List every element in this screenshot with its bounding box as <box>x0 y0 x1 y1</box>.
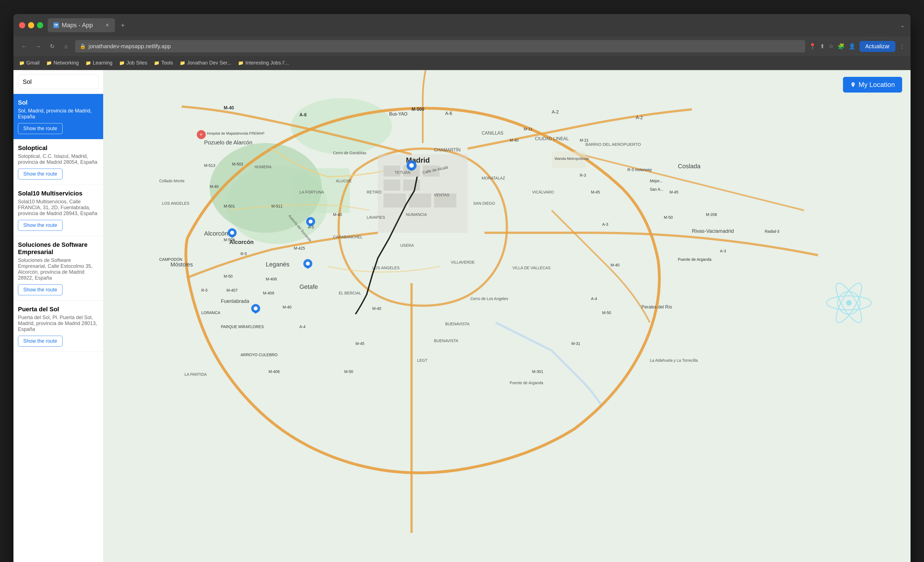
result-item-puerta[interactable]: Puerta del Sol Puerta del Sol, Pl. Puert… <box>14 301 103 352</box>
svg-text:Mejor...: Mejor... <box>650 179 663 183</box>
svg-text:M-301: M-301 <box>532 369 543 374</box>
bookmark-networking[interactable]: 📁 Networking <box>46 60 79 66</box>
svg-text:LA FORTUNA: LA FORTUNA <box>299 190 324 194</box>
svg-text:R-3 motorway: R-3 motorway <box>627 167 652 172</box>
bookmark-jobsites[interactable]: 📁 Job Sites <box>119 60 147 66</box>
svg-text:Cerro de Garabitas: Cerro de Garabitas <box>333 150 366 155</box>
svg-text:Radial-3: Radial-3 <box>765 229 779 234</box>
close-button[interactable] <box>19 22 25 28</box>
result-name: Puerta del Sol <box>18 306 99 313</box>
folder-icon: 📁 <box>86 60 91 66</box>
svg-text:Perales del Río: Perales del Río <box>641 305 672 309</box>
folder-icon: 📁 <box>119 60 125 66</box>
svg-text:LOS ANGELES: LOS ANGELES <box>162 201 189 206</box>
svg-text:PARQUE MIRAFLORES: PARQUE MIRAFLORES <box>221 325 264 329</box>
address-bar[interactable]: 🔒 jonathandev-mapsapp.netlify.app <box>75 40 805 53</box>
svg-text:VILLA DE VALLECAS: VILLA DE VALLECAS <box>513 266 550 270</box>
svg-text:M-409: M-409 <box>263 291 274 295</box>
result-item-sol[interactable]: Sol Sol, Madrid, provincia de Madrid, Es… <box>14 94 103 140</box>
bookmark-jonathandev[interactable]: 📁 Jonathan Dev Ser... <box>180 60 231 66</box>
minimize-button[interactable] <box>28 22 34 28</box>
map-container[interactable]: Madrid Pozuelo de Alarcón Alcorcón Mósto… <box>103 70 910 562</box>
svg-text:Collado Monte: Collado Monte <box>159 179 184 183</box>
svg-text:CAMPODÓN: CAMPODÓN <box>159 257 182 261</box>
active-tab[interactable]: 🗺 Maps - App ✕ <box>48 18 115 32</box>
home-button[interactable]: ⌂ <box>61 41 71 51</box>
result-item-soluciones[interactable]: Soluciones de Software Empresarial Soluc… <box>14 236 103 301</box>
show-route-button-soluciones[interactable]: Show the route <box>18 284 63 295</box>
svg-text:A-6: A-6 <box>445 111 452 116</box>
svg-text:Cerro de Los Angeles: Cerro de Los Angeles <box>470 296 508 301</box>
svg-text:CANILLAS: CANILLAS <box>482 131 503 135</box>
folder-icon: 📁 <box>180 60 185 66</box>
svg-text:M-502: M-502 <box>232 162 243 166</box>
svg-text:Puente de Arganda: Puente de Arganda <box>510 380 543 385</box>
svg-text:LA PARTIDA: LA PARTIDA <box>184 372 207 377</box>
refresh-button[interactable]: ↻ <box>47 41 57 51</box>
forward-button[interactable]: → <box>33 41 43 51</box>
bookmark-label: Interesting Jobs I'... <box>245 60 289 66</box>
share-icon[interactable]: ⬆ <box>820 43 825 50</box>
bookmark-icon[interactable]: ☆ <box>829 43 834 50</box>
svg-text:BUENAVISTA: BUENAVISTA <box>434 338 458 343</box>
result-address: Soluciones de Software Empresarial, Call… <box>18 257 99 281</box>
show-route-button-soloptical[interactable]: Show the route <box>18 168 63 179</box>
svg-text:RETIRO: RETIRO <box>367 190 381 194</box>
profile-icon[interactable]: 👤 <box>849 43 856 50</box>
show-route-button-solal10[interactable]: Show the route <box>18 220 63 231</box>
lock-icon: 🔒 <box>80 43 86 50</box>
menu-icon[interactable]: ⋮ <box>899 43 905 50</box>
tab-close-button[interactable]: ✕ <box>105 22 110 28</box>
tab-bar: 🗺 Maps - App ✕ + <box>48 18 896 32</box>
map-svg: Madrid Pozuelo de Alarcón Alcorcón Mósto… <box>103 70 910 562</box>
svg-text:Fuenlabrada: Fuenlabrada <box>221 298 249 304</box>
svg-text:A-3: A-3 <box>602 222 608 227</box>
svg-text:BUENAVISTA: BUENAVISTA <box>445 322 470 326</box>
map-background: Madrid Pozuelo de Alarcón Alcorcón Mósto… <box>103 70 910 562</box>
result-name: Sol <box>18 99 99 106</box>
new-tab-button[interactable]: + <box>117 20 128 31</box>
svg-rect-9 <box>384 179 400 191</box>
svg-text:Leganés: Leganés <box>266 261 289 268</box>
show-route-button-puerta[interactable]: Show the route <box>18 336 63 347</box>
svg-text:A-4: A-4 <box>299 325 306 329</box>
svg-text:M-425: M-425 <box>294 246 305 251</box>
svg-text:M-40: M-40 <box>333 212 342 217</box>
bookmark-label: Job Sites <box>126 60 147 66</box>
svg-text:M-501: M-501 <box>224 204 235 208</box>
svg-text:MORATALAZ: MORATALAZ <box>482 176 505 180</box>
result-item-soloptical[interactable]: Soloptical Soloptical, C.C. Islazul, Mad… <box>14 140 103 185</box>
svg-text:Alcorcón: Alcorcón <box>230 239 254 245</box>
bookmark-label: Jonathan Dev Ser... <box>187 60 231 66</box>
bookmark-learning[interactable]: 📁 Learning <box>86 60 112 66</box>
bookmark-interesting[interactable]: 📁 Interesting Jobs I'... <box>238 60 289 66</box>
bookmark-tools[interactable]: 📁 Tools <box>154 60 173 66</box>
svg-rect-10 <box>403 179 420 191</box>
search-input[interactable] <box>18 75 99 89</box>
svg-text:CARABANCHEL: CARABANCHEL <box>333 235 363 239</box>
show-route-button-sol[interactable]: Show the route <box>18 123 63 134</box>
back-button[interactable]: ← <box>19 41 29 51</box>
svg-text:M-50: M-50 <box>664 215 673 219</box>
update-button[interactable]: Actualizar <box>860 41 896 52</box>
svg-text:HUMERA: HUMERA <box>255 165 272 169</box>
svg-text:M-40: M-40 <box>610 263 620 267</box>
svg-text:M-407: M-407 <box>226 288 238 293</box>
search-box <box>14 70 103 94</box>
bookmark-label: Gmail <box>26 60 39 66</box>
main-content: Sol Sol, Madrid, provincia de Madrid, Es… <box>14 70 910 562</box>
my-location-button[interactable]: My Location <box>843 77 902 93</box>
svg-text:Móstoles: Móstoles <box>171 261 193 267</box>
svg-text:R-5: R-5 <box>240 252 247 256</box>
bookmark-gmail[interactable]: 📁 Gmail <box>19 60 39 66</box>
maximize-button[interactable] <box>37 22 43 28</box>
result-address: Soloptical, C.C. Islazul, Madrid, provin… <box>18 153 99 165</box>
window-controls: ⌄ <box>900 22 905 29</box>
result-item-solal10[interactable]: Solal10 Multiservicios Solal10 Multiserv… <box>14 185 103 236</box>
svg-text:M-50: M-50 <box>602 310 611 315</box>
result-name: Soluciones de Software Empresarial <box>18 241 99 256</box>
result-address: Puerta del Sol, Pl. Puerta del Sol, Madr… <box>18 315 99 332</box>
svg-text:Coslada: Coslada <box>678 163 700 170</box>
svg-point-134 <box>846 300 852 306</box>
svg-text:NUMANCIA: NUMANCIA <box>406 212 427 217</box>
